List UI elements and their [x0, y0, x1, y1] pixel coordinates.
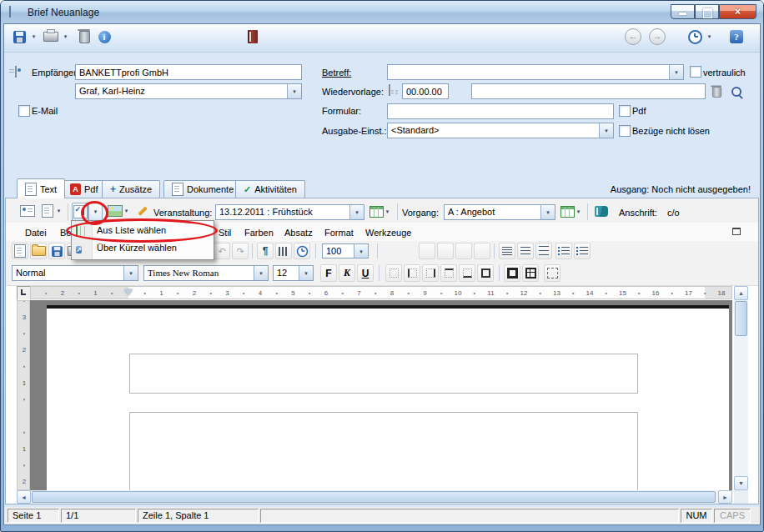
chevron-down-icon[interactable]: ▾	[354, 244, 368, 258]
new-document-button[interactable]	[12, 243, 28, 259]
line-spacing-15-button[interactable]	[517, 243, 534, 259]
style-combo[interactable]: Normal ▾	[12, 265, 138, 281]
border-box-button[interactable]	[477, 264, 494, 282]
pdf-checkbox[interactable]	[619, 105, 631, 117]
border-bottom-button[interactable]	[459, 264, 475, 282]
formatting-marks-button[interactable]: ¶	[257, 243, 274, 259]
bold-button[interactable]: F	[320, 264, 337, 282]
veranstaltung-combo[interactable]: 13.12.2011 : Frühstück ▾	[215, 204, 364, 220]
tab-dokumente[interactable]: Dokumente	[163, 180, 242, 198]
delete-button[interactable]	[75, 28, 93, 46]
time-field-button[interactable]	[294, 243, 310, 259]
scroll-down-button[interactable]: ▼	[734, 476, 748, 490]
menu-farben[interactable]: Farben	[241, 226, 277, 239]
bullet-list-button[interactable]	[555, 243, 572, 259]
justify-button[interactable]	[474, 243, 490, 259]
layout-dropdown-button[interactable]: ▾	[53, 202, 64, 220]
vertraulich-checkbox[interactable]	[690, 66, 701, 78]
undo-button[interactable]: ↶	[214, 243, 230, 259]
tab-zusaetze[interactable]: + Zusätze	[102, 180, 160, 198]
chevron-down-icon[interactable]: ▾	[287, 84, 301, 98]
history-dropdown-button[interactable]: ▾	[704, 28, 715, 46]
font-combo[interactable]: Times New Roman ▾	[143, 265, 269, 281]
border-top-button[interactable]	[440, 264, 457, 282]
open-button[interactable]	[30, 243, 47, 259]
email-checkbox[interactable]	[18, 105, 30, 117]
vorgang-combo[interactable]: A : Angebot ▾	[444, 204, 555, 220]
empfaenger-input[interactable]	[75, 64, 302, 80]
chevron-down-icon[interactable]: ▾	[669, 65, 683, 79]
vertical-scroll-thumb[interactable]	[735, 301, 747, 336]
document-canvas[interactable]	[30, 300, 732, 490]
scroll-right-button[interactable]: ►	[718, 490, 732, 504]
align-left-button[interactable]	[419, 243, 435, 259]
underline-button[interactable]: U	[357, 264, 374, 282]
tab-aktivitaeten[interactable]: ✓ Aktivitäten	[235, 180, 305, 198]
menu-datei[interactable]: Datei	[22, 226, 50, 239]
indent-marker[interactable]	[124, 289, 133, 295]
tab-stop-selector[interactable]	[17, 286, 31, 300]
info-button[interactable]: i	[95, 28, 113, 46]
redo-button[interactable]: ↷	[232, 243, 249, 259]
textframe-button[interactable]	[544, 264, 560, 282]
back-button[interactable]: ←	[624, 28, 642, 46]
kontakt-combo[interactable]: Graf, Karl-Heinz ▾	[75, 83, 302, 99]
numbered-list-button[interactable]	[574, 243, 591, 259]
vertical-scrollbar[interactable]: ▲ ▼	[734, 286, 748, 490]
body-frame[interactable]	[129, 412, 638, 490]
ruler-h-numbers[interactable]: 21123456789101112131415161718	[30, 286, 732, 299]
forward-button[interactable]: →	[648, 28, 666, 46]
chevron-down-icon[interactable]: ▾	[254, 266, 268, 280]
line-spacing-2-button[interactable]	[535, 243, 552, 259]
print-dropdown-button[interactable]: ▾	[60, 28, 71, 46]
tab-pdf[interactable]: A Pdf	[62, 180, 107, 198]
menu-absatz[interactable]: Absatz	[281, 226, 316, 239]
formular-input[interactable]	[387, 103, 614, 119]
wiedervorlage-date-input[interactable]	[402, 83, 449, 99]
maximize-button[interactable]	[695, 4, 719, 19]
betreff-combo[interactable]: ▾	[387, 64, 684, 80]
ruler-v-numbers[interactable]: 32112	[17, 300, 30, 490]
vorgang-table-dropdown[interactable]: ▾	[573, 203, 584, 221]
image-dropdown-button[interactable]: ▾	[121, 202, 132, 220]
editor-maximize-icon[interactable]	[732, 228, 741, 235]
font-size-combo[interactable]: 12 ▾	[273, 265, 314, 281]
clear-wiedervorlage-button[interactable]	[707, 83, 726, 101]
close-button[interactable]: ×	[719, 4, 756, 19]
wiedervorlage-doc-input[interactable]	[471, 83, 706, 99]
bezuege-checkbox[interactable]	[619, 125, 631, 137]
chevron-down-icon[interactable]: ▾	[299, 266, 313, 280]
print-button[interactable]	[42, 28, 60, 46]
lookup-button[interactable]	[727, 83, 746, 101]
align-right-button[interactable]	[455, 243, 472, 259]
line-spacing-1-button[interactable]	[499, 243, 515, 259]
ausgabe-combo[interactable]: <Standard> ▾	[387, 123, 614, 138]
veranstaltung-table-dropdown[interactable]: ▾	[382, 203, 393, 221]
horizontal-scroll-thumb[interactable]	[32, 491, 716, 503]
menu-format[interactable]: Format	[321, 226, 357, 239]
scroll-up-button[interactable]: ▲	[734, 286, 748, 300]
textbaustein-button[interactable]	[592, 202, 611, 220]
menu-stil[interactable]: Stil	[215, 226, 234, 239]
save-dropdown-button[interactable]: ▾	[28, 28, 39, 46]
contact-book-button[interactable]	[18, 202, 37, 220]
table-grid-button[interactable]	[522, 264, 539, 282]
tab-text[interactable]: Text	[17, 178, 65, 198]
address-frame[interactable]	[129, 354, 638, 394]
betreff-label[interactable]: Betreff:	[322, 68, 351, 78]
border-right-button[interactable]	[422, 264, 439, 282]
history-button[interactable]	[686, 28, 704, 46]
chevron-down-icon[interactable]: ▾	[349, 205, 364, 219]
align-center-button[interactable]	[437, 243, 454, 259]
italic-button[interactable]: K	[339, 264, 355, 282]
archive-button[interactable]	[244, 28, 262, 46]
minimize-button[interactable]	[671, 4, 695, 19]
save-button[interactable]	[10, 28, 28, 46]
chevron-down-icon[interactable]: ▾	[599, 123, 613, 138]
chevron-down-icon[interactable]: ▾	[540, 205, 555, 219]
save-document-button[interactable]	[48, 243, 65, 259]
columns-button[interactable]	[275, 243, 292, 259]
scroll-left-button[interactable]: ◄	[17, 490, 31, 504]
chevron-down-icon[interactable]: ▾	[123, 266, 138, 280]
help-button[interactable]: ?	[727, 28, 746, 46]
